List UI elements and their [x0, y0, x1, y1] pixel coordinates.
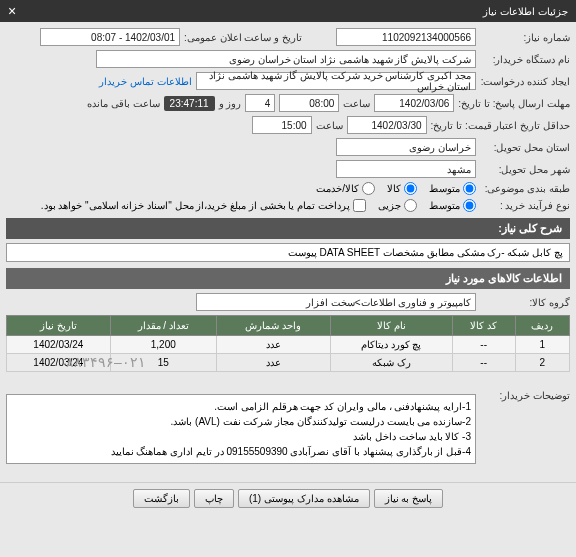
table-cell: رک شبکه [330, 354, 452, 372]
remain-day-label: روز و [219, 98, 242, 109]
print-button[interactable]: چاپ [194, 489, 234, 508]
buyer-note-label: توضیحات خریدار: [480, 390, 570, 401]
deadline-time: 08:00 [279, 94, 339, 112]
deadline-label: مهلت ارسال پاسخ: تا تاریخ: [458, 98, 570, 109]
need-no-label: شماره نیاز: [480, 32, 570, 43]
group-value: کامپیوتر و فناوری اطلاعات>سخت افزار [196, 293, 476, 311]
main-content: شماره نیاز: 1102092134000566 تاریخ و ساع… [0, 22, 576, 474]
table-cell: عدد [216, 354, 330, 372]
deadline-time-label: ساعت [343, 98, 370, 109]
credit-time-label: ساعت [316, 120, 343, 131]
city-label: شهر محل تحویل: [480, 164, 570, 175]
budget-radios: متوسط کالا کالا/خدمت [316, 182, 476, 195]
province-value: خراسان رضوی [336, 138, 476, 156]
back-button[interactable]: بازگشت [133, 489, 190, 508]
remain-suffix: ساعت باقی مانده [87, 98, 160, 109]
contact-link[interactable]: اطلاعات تماس خریدار [99, 76, 192, 87]
table-header: کد کالا [452, 316, 515, 336]
credit-date: 1402/03/30 [347, 116, 427, 134]
creator-label: ایجاد کننده درخواست: [480, 76, 570, 87]
table-header: ردیف [515, 316, 569, 336]
table-cell: 1,200 [110, 336, 216, 354]
reply-button[interactable]: پاسخ به نیاز [374, 489, 444, 508]
window-title: جزئیات اطلاعات نیاز [483, 6, 568, 17]
summary-value: پچ کابل شبکه -رک مشکی مطابق مشخصات DATA … [6, 243, 570, 262]
remain-days: 4 [245, 94, 275, 112]
budget-opt3[interactable]: کالا/خدمت [316, 182, 375, 195]
buyer-label: نام دستگاه خریدار: [480, 54, 570, 65]
group-label: گروه کالا: [480, 297, 570, 308]
table-cell: 1402/03/24 [7, 336, 111, 354]
buyer-note-value: 1-ارایه پیشنهادفنی ، مالی وایران کد جهت … [6, 394, 476, 464]
remain-time: 23:47:11 [164, 96, 215, 111]
table-cell: عدد [216, 336, 330, 354]
deadline-date: 1402/03/06 [374, 94, 454, 112]
table-header: تاریخ نیاز [7, 316, 111, 336]
items-table: ردیفکد کالانام کالاواحد شمارشتعداد / مقد… [6, 315, 570, 372]
budget-opt1[interactable]: متوسط [429, 182, 476, 195]
table-cell: -- [452, 354, 515, 372]
budget-opt2[interactable]: کالا [387, 182, 417, 195]
table-row: 2--رک شبکهعدد151402/03/24 [7, 354, 570, 372]
table-cell: پچ کورد دیتاکام [330, 336, 452, 354]
table-header: تعداد / مقدار [110, 316, 216, 336]
table-header: واحد شمارش [216, 316, 330, 336]
items-title: اطلاعات کالاهای مورد نیاز [6, 268, 570, 289]
buyer-value: شرکت پالایش گاز شهید هاشمی نژاد استان خر… [96, 50, 476, 68]
creator-value: مجد اکبری کارشناس خرید شرکت پالایش گاز ش… [196, 72, 476, 90]
announce-value: 1402/03/01 - 08:07 [40, 28, 180, 46]
table-cell: 1 [515, 336, 569, 354]
buytype-opt2[interactable]: جزیی [378, 199, 417, 212]
table-header: نام کالا [330, 316, 452, 336]
attach-button[interactable]: مشاهده مدارک پیوستی (1) [238, 489, 370, 508]
budget-label: طبقه بندی موضوعی: [480, 183, 570, 194]
buytype-note-check[interactable]: پرداخت تمام یا بخشی از مبلغ خرید،از محل … [41, 199, 366, 212]
province-label: استان محل تحویل: [480, 142, 570, 153]
credit-time: 15:00 [252, 116, 312, 134]
credit-label: حداقل تاریخ اعتبار قیمت: تا تاریخ: [431, 120, 570, 131]
buytype-radios: متوسط جزیی پرداخت تمام یا بخشی از مبلغ خ… [41, 199, 476, 212]
summary-label: شرح کلی نیاز: [6, 218, 570, 239]
buytype-opt1[interactable]: متوسط [429, 199, 476, 212]
table-cell: 1402/03/24 [7, 354, 111, 372]
window-header: جزئیات اطلاعات نیاز × [0, 0, 576, 22]
table-cell: -- [452, 336, 515, 354]
buytype-label: نوع فرآیند خرید : [480, 200, 570, 211]
table-row: 1--پچ کورد دیتاکامعدد1,2001402/03/24 [7, 336, 570, 354]
close-icon[interactable]: × [8, 3, 16, 19]
city-value: مشهد [336, 160, 476, 178]
table-cell: 15 [110, 354, 216, 372]
button-row: پاسخ به نیاز مشاهده مدارک پیوستی (1) چاپ… [0, 482, 576, 514]
need-no-value: 1102092134000566 [336, 28, 476, 46]
table-cell: 2 [515, 354, 569, 372]
announce-label: تاریخ و ساعت اعلان عمومی: [184, 32, 302, 43]
